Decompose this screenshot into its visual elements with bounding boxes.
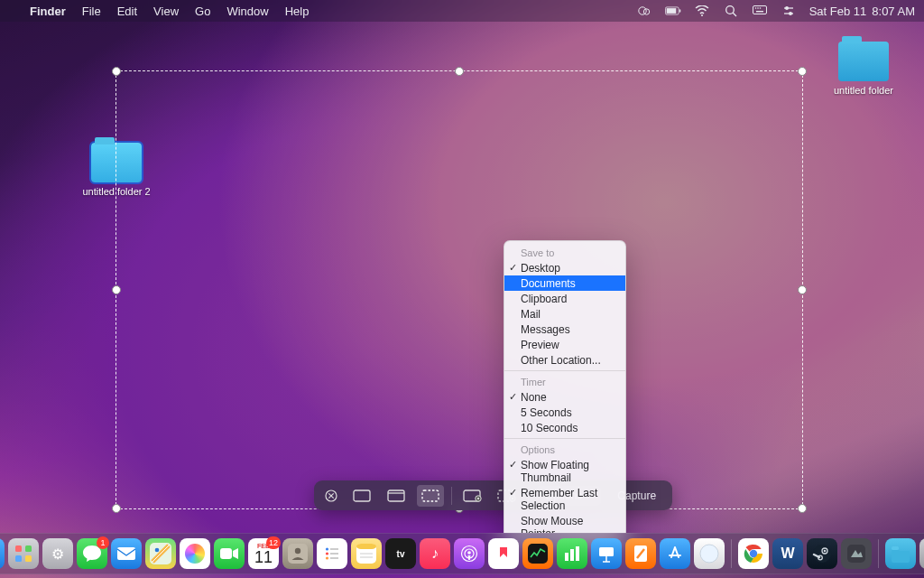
dock-mail-icon[interactable] <box>111 538 142 569</box>
dock-notes-icon[interactable] <box>351 538 382 569</box>
dock-tv-icon[interactable]: tv <box>385 538 416 569</box>
dock-maps-icon[interactable] <box>145 538 176 569</box>
battery-icon[interactable] <box>665 3 681 19</box>
svg-point-45 <box>326 552 328 555</box>
svg-rect-23 <box>422 490 439 501</box>
dock-word-icon[interactable]: W <box>772 538 803 569</box>
resize-handle-tl[interactable] <box>112 67 121 76</box>
dock-calendar-icon[interactable]: FEB 11 12 <box>248 538 279 569</box>
timer-none[interactable]: None <box>504 389 625 405</box>
svg-point-11 <box>759 7 761 9</box>
svg-point-26 <box>477 497 479 499</box>
dock-separator <box>878 539 879 568</box>
svg-rect-62 <box>599 547 614 556</box>
section-options: Options <box>504 442 625 457</box>
dock-contacts-icon[interactable] <box>282 538 313 569</box>
dock-photos-icon[interactable] <box>180 538 210 569</box>
svg-rect-21 <box>388 490 404 501</box>
svg-rect-61 <box>576 546 579 561</box>
dock-stocks-icon[interactable] <box>522 538 553 569</box>
saveto-documents[interactable]: Documents <box>504 275 625 291</box>
svg-rect-35 <box>15 555 22 562</box>
desktop-folder-untitled[interactable]: untitled folder <box>823 42 904 96</box>
svg-rect-34 <box>25 545 32 552</box>
dock-numbers-icon[interactable] <box>557 538 587 569</box>
dock-safari-icon[interactable] <box>694 538 725 569</box>
messages-badge: 1 <box>97 536 109 549</box>
opt-floating-thumbnail[interactable]: Show Floating Thumbnail <box>504 457 625 485</box>
control-center-icon[interactable] <box>781 3 797 19</box>
menu-edit[interactable]: Edit <box>109 5 145 18</box>
toolbar-separator <box>451 487 452 505</box>
app-menu[interactable]: Finder <box>22 5 74 18</box>
dock-messages-icon[interactable]: 1 <box>77 538 107 569</box>
svg-point-72 <box>824 550 827 553</box>
dock-pages-icon[interactable] <box>625 538 656 569</box>
spotlight-icon[interactable] <box>723 3 739 19</box>
svg-point-70 <box>813 545 831 563</box>
timer-5s[interactable]: 5 Seconds <box>504 405 625 420</box>
capture-entire-screen-button[interactable] <box>348 485 375 507</box>
capture-window-button[interactable] <box>383 485 410 507</box>
dock-reminders-icon[interactable] <box>317 538 347 569</box>
svg-rect-37 <box>117 547 135 560</box>
datetime[interactable]: Sat Feb 11 8:07 AM <box>809 5 915 18</box>
assistant-status-icon[interactable] <box>636 3 652 19</box>
dock-separator <box>731 539 732 568</box>
timer-10s[interactable]: 10 Seconds <box>504 420 625 435</box>
dock-downloads-icon[interactable] <box>885 538 916 569</box>
opt-remember-selection[interactable]: Remember Last Selection <box>504 485 625 513</box>
menubar-date: Sat Feb 11 <box>809 5 867 18</box>
svg-point-46 <box>326 556 328 559</box>
saveto-desktop[interactable]: Desktop <box>504 260 625 275</box>
svg-point-16 <box>789 12 792 15</box>
menu-file[interactable]: File <box>74 5 109 18</box>
menu-help[interactable]: Help <box>277 5 318 18</box>
menu-view[interactable]: View <box>145 5 187 18</box>
dock-app-icon[interactable] <box>841 538 872 569</box>
resize-handle-l[interactable] <box>112 285 121 294</box>
saveto-clipboard[interactable]: Clipboard <box>504 291 625 306</box>
menubar-right: Sat Feb 11 8:07 AM <box>636 3 915 19</box>
saveto-mail[interactable]: Mail <box>504 306 625 322</box>
resize-handle-tr[interactable] <box>798 67 807 76</box>
svg-point-42 <box>295 548 300 554</box>
svg-point-9 <box>754 7 756 9</box>
dock-podcasts-icon[interactable] <box>454 538 485 569</box>
svg-rect-12 <box>756 11 763 12</box>
dock-wrap: ⚙︎ 1 FEB 11 12 tv <box>0 533 924 574</box>
dock-chrome-icon[interactable] <box>738 538 769 569</box>
resize-handle-bl[interactable] <box>112 504 121 513</box>
svg-point-66 <box>700 545 718 563</box>
close-button[interactable] <box>321 486 341 506</box>
capture-selection-button[interactable] <box>417 485 444 507</box>
popover-separator <box>504 438 625 439</box>
wifi-icon[interactable] <box>694 3 710 19</box>
dock-steam-icon[interactable] <box>807 538 837 569</box>
dock-keynote-icon[interactable] <box>591 538 622 569</box>
dock-facetime-icon[interactable] <box>214 538 245 569</box>
record-entire-screen-button[interactable] <box>459 485 486 507</box>
svg-rect-40 <box>220 548 232 559</box>
dock-news-icon[interactable] <box>488 538 519 569</box>
resize-handle-br[interactable] <box>798 504 807 513</box>
menu-window[interactable]: Window <box>218 5 276 18</box>
saveto-messages[interactable]: Messages <box>504 322 625 337</box>
keyboard-input-icon[interactable] <box>752 3 768 19</box>
desktop-folder-label: untitled folder <box>823 85 904 96</box>
resize-handle-r[interactable] <box>798 285 807 294</box>
saveto-preview[interactable]: Preview <box>504 337 625 352</box>
svg-rect-33 <box>15 545 22 552</box>
dock-launchpad-icon[interactable] <box>8 538 39 569</box>
saveto-other[interactable]: Other Location... <box>504 352 625 368</box>
menu-go[interactable]: Go <box>187 5 218 18</box>
dock-appstore-icon[interactable] <box>660 538 690 569</box>
dock-trash-icon[interactable] <box>919 538 924 569</box>
dock-settings-icon[interactable]: ⚙︎ <box>42 538 73 569</box>
dock-finder-icon[interactable] <box>0 538 5 569</box>
calendar-badge: 12 <box>266 536 281 549</box>
resize-handle-t[interactable] <box>455 67 464 76</box>
dock-music-icon[interactable]: ♪ <box>420 538 450 569</box>
screenshot-selection[interactable] <box>116 70 803 509</box>
calendar-day: 11 <box>254 549 273 565</box>
